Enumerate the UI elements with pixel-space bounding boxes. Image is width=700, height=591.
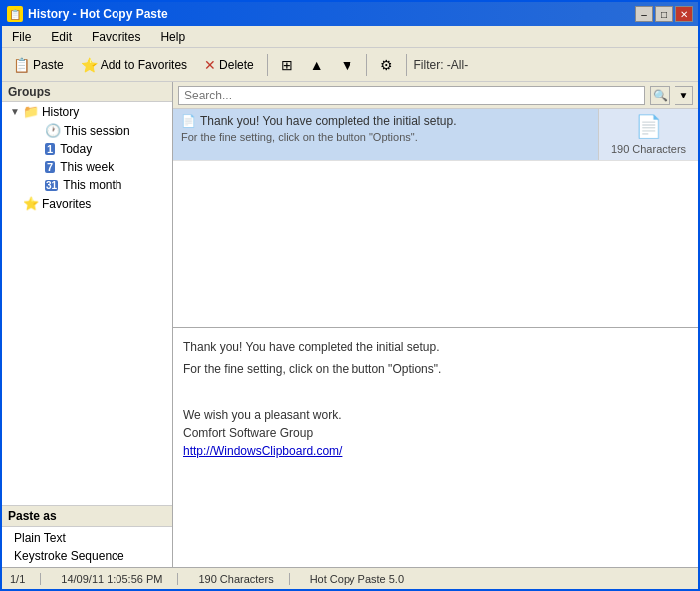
status-datetime: 14/09/11 1:05:56 PM — [61, 573, 178, 585]
tree-label-history: History — [42, 105, 79, 119]
menu-edit[interactable]: Edit — [46, 28, 77, 46]
search-bar: 🔍 ▼ — [173, 82, 698, 109]
title-bar-controls: – □ ✕ — [635, 6, 693, 22]
item-content: 📄 Thank you! You have completed the init… — [173, 109, 598, 160]
filter-label: Filter: -All- — [413, 58, 468, 72]
history-folder-icon: 📁 — [23, 104, 39, 119]
today-icon: 1 — [45, 143, 55, 155]
close-button[interactable]: ✕ — [675, 6, 693, 22]
search-button[interactable]: 🔍 — [650, 86, 670, 105]
groups-header: Groups — [2, 82, 172, 102]
paste-label: Paste — [33, 58, 64, 72]
paste-as-header: Paste as — [2, 506, 172, 527]
title-bar: 📋 History - Hot Copy Paste – □ ✕ — [2, 2, 698, 26]
menu-bar: File Edit Favorites Help — [2, 26, 698, 48]
search-input[interactable] — [178, 86, 645, 105]
status-bar: 1/1 14/09/11 1:05:56 PM 190 Characters H… — [2, 567, 698, 589]
options-button[interactable]: ⚙ — [373, 52, 400, 78]
move-up-button[interactable]: ▲ — [303, 52, 331, 78]
week-icon: 7 — [45, 161, 55, 173]
title-bar-left: 📋 History - Hot Copy Paste — [7, 6, 168, 22]
status-app: Hot Copy Paste 5.0 — [310, 573, 419, 585]
item-meta-icon: 📄 — [635, 114, 662, 140]
delete-button[interactable]: ✕ Delete — [197, 52, 261, 78]
add-favorites-button[interactable]: ⭐ Add to Favorites — [74, 52, 194, 78]
preview-line3 — [183, 388, 688, 406]
toolbar: 📋 Paste ⭐ Add to Favorites ✕ Delete ⊞ ▲ … — [2, 48, 698, 82]
delete-icon: ✕ — [204, 57, 216, 73]
item-title: 📄 Thank you! You have completed the init… — [181, 114, 590, 128]
separator-1 — [267, 54, 268, 76]
paste-keystroke-sequence[interactable]: Keystroke Sequence — [2, 547, 172, 565]
search-dropdown[interactable]: ▼ — [675, 86, 693, 105]
tree-label-favorites: Favorites — [42, 197, 91, 211]
tree-item-month[interactable]: 31 This month — [2, 176, 172, 194]
status-chars: 190 Characters — [198, 573, 289, 585]
copy-tree-icon: ⊞ — [281, 57, 293, 73]
move-down-button[interactable]: ▼ — [334, 52, 361, 78]
preview-area: Thank you! You have completed the initia… — [173, 328, 698, 567]
add-favorites-label: Add to Favorites — [101, 58, 187, 72]
move-up-icon: ▲ — [310, 57, 324, 73]
copy-tree-button[interactable]: ⊞ — [274, 52, 300, 78]
tree-item-week[interactable]: 7 This week — [2, 158, 172, 176]
add-favorites-icon: ⭐ — [81, 57, 98, 73]
preview-line4: We wish you a pleasant work. — [183, 406, 688, 424]
favorites-icon: ⭐ — [23, 196, 39, 211]
paste-button[interactable]: 📋 Paste — [6, 52, 71, 78]
preview-link[interactable]: http://WindowsClipboard.com/ — [183, 444, 342, 458]
tree-item-today[interactable]: 1 Today — [2, 140, 172, 158]
minimize-button[interactable]: – — [635, 6, 653, 22]
paste-icon: 📋 — [13, 57, 30, 73]
right-panel: 🔍 ▼ 📄 Thank you! You have completed the … — [173, 82, 698, 567]
separator-2 — [366, 54, 367, 76]
tree-label-today: Today — [60, 142, 92, 156]
menu-help[interactable]: Help — [155, 28, 190, 46]
delete-label: Delete — [219, 58, 254, 72]
list-item[interactable]: 📄 Thank you! You have completed the init… — [173, 109, 698, 161]
paste-as-items: Plain Text Keystroke Sequence — [2, 527, 172, 567]
window-title: History - Hot Copy Paste — [28, 7, 168, 21]
tree-label-month: This month — [63, 178, 121, 192]
preview-line5: Comfort Software Group — [183, 424, 688, 442]
tree-container[interactable]: ▼ 📁 History 🕐 This session 1 Today — [2, 102, 172, 506]
menu-favorites[interactable]: Favorites — [87, 28, 145, 46]
tree-label-session: This session — [64, 124, 130, 138]
month-icon: 31 — [45, 180, 58, 191]
tree-label-week: This week — [60, 160, 114, 174]
main-window: 📋 History - Hot Copy Paste – □ ✕ File Ed… — [0, 0, 700, 591]
tree-item-favorites[interactable]: ⭐ Favorites — [2, 194, 172, 213]
tree-item-history[interactable]: ▼ 📁 History — [2, 102, 172, 121]
item-subtitle: For the fine setting, click on the butto… — [181, 128, 590, 143]
preview-line2: For the fine setting, click on the butto… — [183, 360, 688, 378]
preview-line1: Thank you! You have completed the initia… — [183, 338, 688, 356]
status-page: 1/1 — [10, 573, 41, 585]
tree-item-session[interactable]: 🕐 This session — [2, 121, 172, 140]
app-icon: 📋 — [7, 6, 23, 22]
left-panel: Groups ▼ 📁 History 🕐 This session — [2, 82, 173, 567]
separator-3 — [406, 54, 407, 76]
maximize-button[interactable]: □ — [655, 6, 673, 22]
session-icon: 🕐 — [45, 123, 61, 138]
expand-icon: ▼ — [10, 106, 20, 117]
move-down-icon: ▼ — [341, 57, 354, 73]
main-content: Groups ▼ 📁 History 🕐 This session — [2, 82, 698, 567]
items-list[interactable]: 📄 Thank you! You have completed the init… — [173, 109, 698, 328]
menu-file[interactable]: File — [7, 28, 36, 46]
item-meta: 📄 190 Characters — [598, 109, 698, 160]
paste-plain-text[interactable]: Plain Text — [2, 529, 172, 547]
doc-icon: 📄 — [181, 114, 196, 128]
options-icon: ⚙ — [380, 57, 393, 73]
item-chars: 190 Characters — [611, 143, 686, 155]
